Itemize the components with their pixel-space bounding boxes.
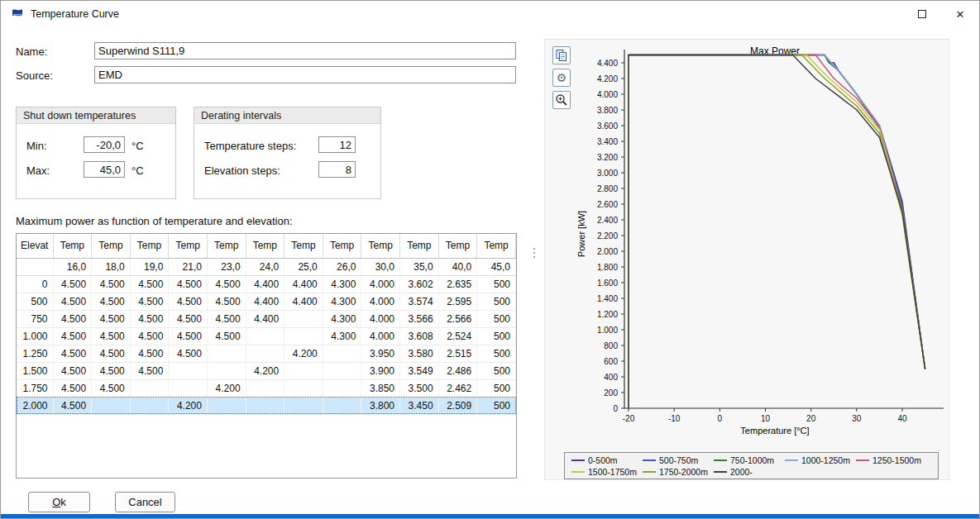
column-header[interactable]: Temp <box>361 234 400 258</box>
power-cell[interactable]: 4.500 <box>92 362 131 379</box>
power-cell[interactable]: 3.602 <box>400 275 439 293</box>
temp-value-header[interactable]: 35,0 <box>400 258 439 275</box>
elevation-cell[interactable]: 1.000 <box>17 327 53 345</box>
power-cell[interactable]: 4.500 <box>92 345 131 362</box>
power-cell[interactable] <box>246 379 284 397</box>
power-cell[interactable] <box>130 397 169 414</box>
power-cell[interactable]: 4.500 <box>53 345 92 362</box>
splitter-handle[interactable] <box>531 239 538 267</box>
temp-value-header[interactable]: 26,0 <box>323 258 361 275</box>
power-cell[interactable]: 4.500 <box>169 293 208 310</box>
power-cell[interactable] <box>284 310 323 327</box>
power-cell[interactable] <box>246 327 284 345</box>
power-cell[interactable]: 4.300 <box>323 293 361 310</box>
table-row[interactable]: 1.2504.5004.5004.5004.5004.2003.9503.580… <box>17 345 516 362</box>
power-cell[interactable]: 500 <box>477 327 516 345</box>
power-cell[interactable]: 3.500 <box>400 379 439 397</box>
temp-value-header[interactable]: 25,0 <box>284 258 323 275</box>
power-cell[interactable]: 500 <box>477 397 516 414</box>
temp-value-header[interactable]: 45,0 <box>477 258 516 275</box>
table-row[interactable]: 7504.5004.5004.5004.5004.5004.4004.3004.… <box>17 310 516 327</box>
power-cell[interactable]: 500 <box>477 345 516 362</box>
power-cell[interactable]: 3.580 <box>400 345 439 362</box>
power-cell[interactable]: 4.000 <box>361 327 400 345</box>
power-cell[interactable]: 4.500 <box>92 275 131 293</box>
power-cell[interactable] <box>323 345 361 362</box>
column-header[interactable]: Temp <box>53 234 92 258</box>
elevation-cell[interactable]: 0 <box>17 275 53 293</box>
temp-value-header[interactable]: 23,0 <box>207 258 246 275</box>
temp-value-header[interactable]: 16,0 <box>53 258 92 275</box>
power-cell[interactable]: 4.200 <box>284 345 323 362</box>
column-header[interactable]: Temp <box>477 234 516 258</box>
power-cell[interactable]: 4.500 <box>207 275 246 293</box>
column-header[interactable]: Temp <box>207 234 246 258</box>
elevation-cell[interactable]: 1.750 <box>17 379 53 397</box>
table-row[interactable]: 1.7504.5004.5004.2003.8503.5002.462500 <box>17 379 516 397</box>
temp-value-header[interactable]: 21,0 <box>169 258 208 275</box>
power-cell[interactable]: 4.500 <box>53 362 92 379</box>
power-cell[interactable]: 4.300 <box>323 327 361 345</box>
power-cell[interactable] <box>284 379 323 397</box>
power-cell[interactable]: 2.595 <box>438 293 477 310</box>
power-cell[interactable]: 4.500 <box>92 379 131 397</box>
power-cell[interactable]: 4.500 <box>92 327 131 345</box>
temp-value-header[interactable]: 40,0 <box>438 258 477 275</box>
elevation-steps-input[interactable] <box>318 161 356 178</box>
power-cell[interactable]: 2.462 <box>438 379 477 397</box>
power-cell[interactable] <box>169 362 208 379</box>
power-cell[interactable] <box>130 379 169 397</box>
elevation-cell[interactable]: 750 <box>17 310 53 327</box>
power-cell[interactable]: 3.850 <box>361 379 400 397</box>
power-cell[interactable]: 4.400 <box>246 310 284 327</box>
source-input[interactable] <box>94 66 516 83</box>
power-cell[interactable]: 2.486 <box>438 362 477 379</box>
power-cell[interactable]: 500 <box>477 362 516 379</box>
table-row[interactable]: 2.0004.5004.2003.8003.4502.509500 <box>17 397 516 414</box>
power-cell[interactable] <box>284 397 323 414</box>
power-cell[interactable]: 4.500 <box>207 310 246 327</box>
table-row[interactable]: 1.5004.5004.5004.5004.2003.9003.5492.486… <box>17 362 516 379</box>
power-cell[interactable]: 4.500 <box>130 293 169 310</box>
power-cell[interactable]: 3.549 <box>400 362 439 379</box>
power-cell[interactable] <box>323 362 361 379</box>
ok-button[interactable]: Ok <box>28 492 90 512</box>
column-header[interactable]: Temp <box>169 234 208 258</box>
elevation-cell[interactable]: 500 <box>17 293 53 310</box>
temp-value-header[interactable]: 19,0 <box>130 258 169 275</box>
power-cell[interactable]: 500 <box>477 275 516 293</box>
power-cell[interactable] <box>246 345 284 362</box>
power-cell[interactable] <box>92 397 131 414</box>
temp-value-header[interactable]: 18,0 <box>92 258 131 275</box>
power-cell[interactable]: 4.500 <box>169 310 208 327</box>
power-cell[interactable]: 2.635 <box>438 275 477 293</box>
power-cell[interactable]: 4.500 <box>53 275 92 293</box>
power-cell[interactable]: 4.000 <box>361 275 400 293</box>
power-cell[interactable]: 2.515 <box>438 345 477 362</box>
power-cell[interactable]: 500 <box>477 293 516 310</box>
column-header[interactable]: Temp <box>284 234 323 258</box>
power-cell[interactable] <box>284 362 323 379</box>
power-cell[interactable]: 4.500 <box>169 275 208 293</box>
power-cell[interactable]: 4.500 <box>53 327 92 345</box>
power-cell[interactable]: 4.300 <box>323 275 361 293</box>
power-cell[interactable]: 4.500 <box>207 293 246 310</box>
power-cell[interactable]: 4.400 <box>246 293 284 310</box>
power-cell[interactable]: 3.800 <box>361 397 400 414</box>
power-cell[interactable]: 4.500 <box>130 275 169 293</box>
elevation-cell[interactable]: 2.000 <box>17 397 53 414</box>
power-cell[interactable]: 500 <box>477 379 516 397</box>
power-cell[interactable]: 4.400 <box>284 293 323 310</box>
power-cell[interactable]: 4.000 <box>361 293 400 310</box>
elevation-cell[interactable]: 1.250 <box>17 345 53 362</box>
power-cell[interactable] <box>323 379 361 397</box>
power-cell[interactable]: 3.950 <box>361 345 400 362</box>
power-cell[interactable]: 3.574 <box>400 293 439 310</box>
power-cell[interactable] <box>323 397 361 414</box>
cancel-button[interactable]: Cancel <box>115 492 175 512</box>
power-cell[interactable] <box>207 362 246 379</box>
temp-value-header[interactable]: 24,0 <box>246 258 284 275</box>
elevation-cell[interactable]: 1.500 <box>17 362 53 379</box>
column-header[interactable]: Temp <box>400 234 439 258</box>
power-cell[interactable]: 4.200 <box>246 362 284 379</box>
